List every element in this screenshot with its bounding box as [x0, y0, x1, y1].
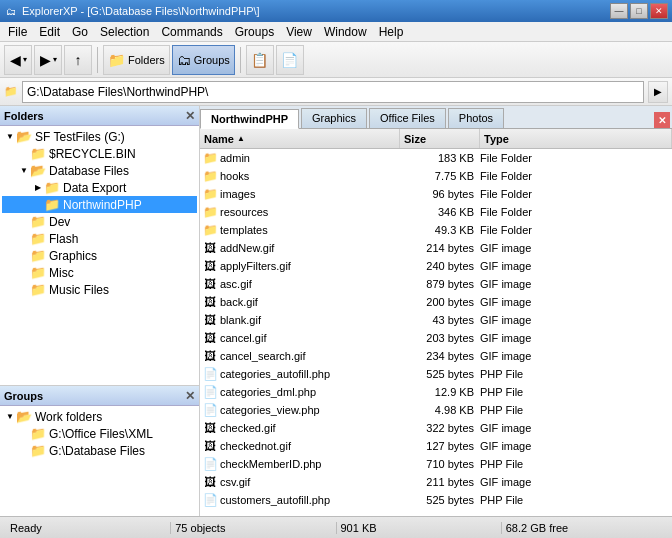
file-type: GIF image	[480, 440, 672, 452]
groups-label: Groups	[194, 54, 230, 66]
folder-icon: 📁	[200, 223, 220, 237]
menu-item-groups[interactable]: Groups	[229, 23, 280, 41]
file-name: resources	[220, 206, 400, 218]
groups-panel-close[interactable]: ✕	[185, 389, 195, 403]
column-size-header[interactable]: Size	[400, 129, 480, 148]
folder-tree-item[interactable]: ▶📁Data Export	[2, 179, 197, 196]
groups-panel-header: Groups ✕	[0, 386, 199, 406]
file-row[interactable]: 📄categories_view.php4.98 KBPHP File	[200, 401, 672, 419]
file-name: cancel.gif	[220, 332, 400, 344]
file-name: checked.gif	[220, 422, 400, 434]
address-go-button[interactable]: ▶	[648, 81, 668, 103]
menu-item-view[interactable]: View	[280, 23, 318, 41]
folders-button[interactable]: 📁 Folders	[103, 45, 170, 75]
file-name: categories_autofill.php	[220, 368, 400, 380]
menu-item-edit[interactable]: Edit	[33, 23, 66, 41]
menu-item-window[interactable]: Window	[318, 23, 373, 41]
file-row[interactable]: 🖼checked.gif322 bytesGIF image	[200, 419, 672, 437]
forward-button[interactable]: ▶ ▾	[34, 45, 62, 75]
file-icon: 📄	[200, 403, 220, 417]
file-icon: 🖼	[200, 421, 220, 435]
folder-tree-item[interactable]: 📁Music Files	[2, 281, 197, 298]
group-tree-item[interactable]: 📁G:\Office Files\XML	[2, 425, 197, 442]
group-tree-item[interactable]: 📁G:\Database Files	[2, 442, 197, 459]
folder-tree-item[interactable]: ▼📂Database Files	[2, 162, 197, 179]
file-row[interactable]: 📁hooks7.75 KBFile Folder	[200, 167, 672, 185]
file-name: addNew.gif	[220, 242, 400, 254]
file-size: 7.75 KB	[400, 170, 480, 182]
groups-button[interactable]: 🗂 Groups	[172, 45, 235, 75]
file-row[interactable]: 📁resources346 KBFile Folder	[200, 203, 672, 221]
file-row[interactable]: 🖼back.gif200 bytesGIF image	[200, 293, 672, 311]
minimize-button[interactable]: —	[610, 3, 628, 19]
folder-tree-item[interactable]: 📁NorthwindPHP	[2, 196, 197, 213]
menu-item-file[interactable]: File	[2, 23, 33, 41]
file-row[interactable]: 🖼asc.gif879 bytesGIF image	[200, 275, 672, 293]
groups-icon: 🗂	[177, 52, 191, 68]
group-folder-icon: 📁	[30, 426, 46, 441]
file-row[interactable]: 🖼cancel_search.gif234 bytesGIF image	[200, 347, 672, 365]
file-type: GIF image	[480, 476, 672, 488]
file-row[interactable]: 📁images96 bytesFile Folder	[200, 185, 672, 203]
file-row[interactable]: 📁admin183 KBFile Folder	[200, 149, 672, 167]
folder-tree-item[interactable]: 📁Flash	[2, 230, 197, 247]
close-button[interactable]: ✕	[650, 3, 668, 19]
back-button[interactable]: ◀ ▾	[4, 45, 32, 75]
file-type: PHP File	[480, 404, 672, 416]
copy-button[interactable]: 📋	[246, 45, 274, 75]
maximize-button[interactable]: □	[630, 3, 648, 19]
group-tree-label: Work folders	[35, 410, 102, 424]
file-name: csv.gif	[220, 476, 400, 488]
file-row[interactable]: 🖼csv.gif211 bytesGIF image	[200, 473, 672, 491]
groups-tree[interactable]: ▼📂Work folders📁G:\Office Files\XML📁G:\Da…	[0, 406, 199, 516]
group-tree-item[interactable]: ▼📂Work folders	[2, 408, 197, 425]
file-row[interactable]: 🖼addNew.gif214 bytesGIF image	[200, 239, 672, 257]
file-row[interactable]: 🖼blank.gif43 bytesGIF image	[200, 311, 672, 329]
folders-panel-close[interactable]: ✕	[185, 109, 195, 123]
folders-tree[interactable]: ▼📂SF TestFiles (G:)📁$RECYCLE.BIN▼📂Databa…	[0, 126, 199, 385]
file-type: GIF image	[480, 314, 672, 326]
folder-icon: 📁	[30, 248, 46, 263]
menu-item-selection[interactable]: Selection	[94, 23, 155, 41]
folder-tree-label: NorthwindPHP	[63, 198, 142, 212]
up-button[interactable]: ↑	[64, 45, 92, 75]
file-row[interactable]: 🖼cancel.gif203 bytesGIF image	[200, 329, 672, 347]
group-tree-expander-icon: ▼	[4, 412, 16, 421]
folders-panel: Folders ✕ ▼📂SF TestFiles (G:)📁$RECYCLE.B…	[0, 106, 199, 386]
folder-icon: 📁	[200, 169, 220, 183]
file-row[interactable]: 📄categories_dml.php12.9 KBPHP File	[200, 383, 672, 401]
address-input[interactable]	[22, 81, 644, 103]
file-row[interactable]: 🖼applyFilters.gif240 bytesGIF image	[200, 257, 672, 275]
menu-item-commands[interactable]: Commands	[155, 23, 228, 41]
menu-item-help[interactable]: Help	[373, 23, 410, 41]
paste-button[interactable]: 📄	[276, 45, 304, 75]
file-size: 525 bytes	[400, 368, 480, 380]
column-type-header[interactable]: Type	[480, 129, 672, 148]
file-row[interactable]: 📄customers_autofill.php525 bytesPHP File	[200, 491, 672, 509]
file-row[interactable]: 🖼checkednot.gif127 bytesGIF image	[200, 437, 672, 455]
close-all-tabs-button[interactable]: ✕	[654, 112, 670, 128]
tab-photos[interactable]: Photos	[448, 108, 504, 128]
folder-tree-item[interactable]: 📁Misc	[2, 264, 197, 281]
file-list[interactable]: 📁admin183 KBFile Folder📁hooks7.75 KBFile…	[200, 149, 672, 516]
file-size: 203 bytes	[400, 332, 480, 344]
folder-tree-item[interactable]: ▼📂SF TestFiles (G:)	[2, 128, 197, 145]
file-row[interactable]: 📄categories_autofill.php525 bytesPHP Fil…	[200, 365, 672, 383]
column-name-header[interactable]: Name ▲	[200, 129, 400, 148]
folder-tree-item[interactable]: 📁Dev	[2, 213, 197, 230]
menu-bar: FileEditGoSelectionCommandsGroupsViewWin…	[0, 22, 672, 42]
folder-tree-label: Misc	[49, 266, 74, 280]
title-bar: 🗂 ExplorerXP - [G:\Database Files\Northw…	[0, 0, 672, 22]
file-type: PHP File	[480, 386, 672, 398]
folder-tree-item[interactable]: 📁Graphics	[2, 247, 197, 264]
left-panel: Folders ✕ ▼📂SF TestFiles (G:)📁$RECYCLE.B…	[0, 106, 200, 516]
file-row[interactable]: 📁templates49.3 KBFile Folder	[200, 221, 672, 239]
menu-item-go[interactable]: Go	[66, 23, 94, 41]
file-row[interactable]: 📄checkMemberID.php710 bytesPHP File	[200, 455, 672, 473]
file-size: 96 bytes	[400, 188, 480, 200]
tab-office-files[interactable]: Office Files	[369, 108, 446, 128]
tab-northwindphp[interactable]: NorthwindPHP	[200, 109, 299, 129]
folder-icon: 📁	[30, 265, 46, 280]
folder-tree-item[interactable]: 📁$RECYCLE.BIN	[2, 145, 197, 162]
tab-graphics[interactable]: Graphics	[301, 108, 367, 128]
